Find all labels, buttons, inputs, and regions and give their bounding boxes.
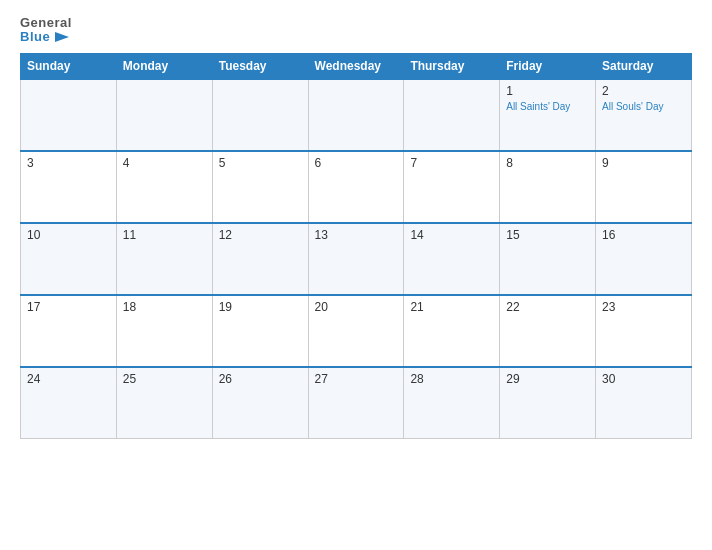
day-number: 14: [410, 228, 493, 242]
calendar-cell: 9: [596, 151, 692, 223]
calendar-week-row: 10111213141516: [21, 223, 692, 295]
logo-blue-text: Blue: [20, 30, 50, 44]
day-number: 20: [315, 300, 398, 314]
calendar-cell: 15: [500, 223, 596, 295]
calendar-cell: 25: [116, 367, 212, 439]
calendar-week-row: 3456789: [21, 151, 692, 223]
calendar-cell: 17: [21, 295, 117, 367]
calendar-week-row: 1All Saints' Day2All Souls' Day: [21, 79, 692, 151]
day-number: 8: [506, 156, 589, 170]
day-number: 22: [506, 300, 589, 314]
logo-flag-icon: [53, 30, 71, 44]
day-number: 27: [315, 372, 398, 386]
day-number: 28: [410, 372, 493, 386]
weekday-header-wednesday: Wednesday: [308, 53, 404, 79]
calendar-cell: 8: [500, 151, 596, 223]
calendar-cell: 4: [116, 151, 212, 223]
calendar-cell: 30: [596, 367, 692, 439]
day-number: 13: [315, 228, 398, 242]
weekday-header-tuesday: Tuesday: [212, 53, 308, 79]
calendar-cell: 13: [308, 223, 404, 295]
day-number: 9: [602, 156, 685, 170]
calendar-cell: [21, 79, 117, 151]
calendar-week-row: 24252627282930: [21, 367, 692, 439]
calendar-cell: 3: [21, 151, 117, 223]
weekday-header-monday: Monday: [116, 53, 212, 79]
day-number: 18: [123, 300, 206, 314]
day-number: 3: [27, 156, 110, 170]
day-number: 1: [506, 84, 589, 98]
calendar-cell: 21: [404, 295, 500, 367]
day-number: 16: [602, 228, 685, 242]
calendar-cell: 29: [500, 367, 596, 439]
calendar-cell: 27: [308, 367, 404, 439]
calendar-cell: 28: [404, 367, 500, 439]
calendar-cell: 20: [308, 295, 404, 367]
logo-general-text: General: [20, 16, 72, 30]
calendar-page: General Blue SundayMondayTuesdayWednesda…: [0, 0, 712, 550]
day-number: 2: [602, 84, 685, 98]
weekday-header-sunday: Sunday: [21, 53, 117, 79]
calendar-cell: [212, 79, 308, 151]
calendar-cell: 22: [500, 295, 596, 367]
calendar-cell: 7: [404, 151, 500, 223]
day-number: 11: [123, 228, 206, 242]
calendar-cell: 14: [404, 223, 500, 295]
logo: General Blue: [20, 16, 72, 45]
day-number: 24: [27, 372, 110, 386]
calendar-cell: 1All Saints' Day: [500, 79, 596, 151]
calendar-header: SundayMondayTuesdayWednesdayThursdayFrid…: [21, 53, 692, 79]
calendar-cell: 5: [212, 151, 308, 223]
calendar-cell: [404, 79, 500, 151]
calendar-cell: 23: [596, 295, 692, 367]
calendar-cell: 24: [21, 367, 117, 439]
calendar-body: 1All Saints' Day2All Souls' Day345678910…: [21, 79, 692, 439]
day-number: 29: [506, 372, 589, 386]
calendar-cell: 2All Souls' Day: [596, 79, 692, 151]
calendar-cell: 16: [596, 223, 692, 295]
header: General Blue: [20, 16, 692, 45]
day-number: 6: [315, 156, 398, 170]
day-number: 21: [410, 300, 493, 314]
calendar-cell: 26: [212, 367, 308, 439]
holiday-label: All Souls' Day: [602, 100, 685, 113]
day-number: 7: [410, 156, 493, 170]
weekday-header-row: SundayMondayTuesdayWednesdayThursdayFrid…: [21, 53, 692, 79]
day-number: 12: [219, 228, 302, 242]
weekday-header-saturday: Saturday: [596, 53, 692, 79]
svg-marker-0: [55, 32, 69, 42]
calendar-week-row: 17181920212223: [21, 295, 692, 367]
calendar-table: SundayMondayTuesdayWednesdayThursdayFrid…: [20, 53, 692, 440]
day-number: 30: [602, 372, 685, 386]
day-number: 19: [219, 300, 302, 314]
calendar-cell: 12: [212, 223, 308, 295]
day-number: 26: [219, 372, 302, 386]
weekday-header-thursday: Thursday: [404, 53, 500, 79]
calendar-cell: 10: [21, 223, 117, 295]
day-number: 10: [27, 228, 110, 242]
day-number: 23: [602, 300, 685, 314]
calendar-cell: 11: [116, 223, 212, 295]
calendar-cell: 6: [308, 151, 404, 223]
calendar-cell: 19: [212, 295, 308, 367]
day-number: 25: [123, 372, 206, 386]
day-number: 17: [27, 300, 110, 314]
weekday-header-friday: Friday: [500, 53, 596, 79]
day-number: 5: [219, 156, 302, 170]
calendar-cell: [116, 79, 212, 151]
calendar-cell: [308, 79, 404, 151]
day-number: 15: [506, 228, 589, 242]
day-number: 4: [123, 156, 206, 170]
holiday-label: All Saints' Day: [506, 100, 589, 113]
calendar-cell: 18: [116, 295, 212, 367]
